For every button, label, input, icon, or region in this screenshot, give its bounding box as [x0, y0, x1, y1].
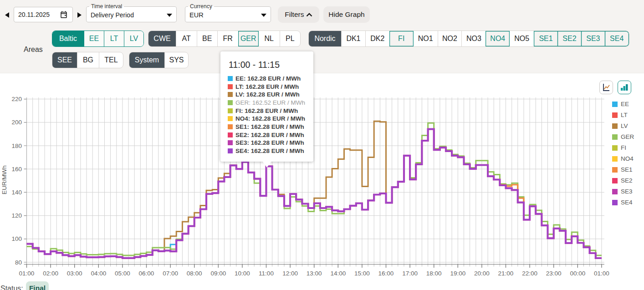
svg-text:13:00: 13:00: [307, 270, 322, 277]
svg-text:08:00: 08:00: [187, 270, 202, 277]
svg-text:01:00: 01:00: [594, 270, 609, 277]
svg-text:06:00: 06:00: [139, 270, 154, 277]
svg-text:120: 120: [11, 212, 22, 219]
svg-text:22:00: 22:00: [522, 270, 537, 277]
svg-text:140: 140: [11, 189, 22, 196]
svg-text:01:00: 01:00: [19, 270, 35, 277]
svg-text:03:00: 03:00: [67, 270, 82, 277]
svg-text:09:00: 09:00: [210, 270, 226, 277]
svg-text:10:00: 10:00: [235, 270, 250, 277]
svg-text:19:00: 19:00: [450, 270, 465, 277]
svg-text:100: 100: [11, 235, 22, 242]
svg-text:180: 180: [11, 142, 22, 149]
svg-text:220: 220: [11, 96, 22, 102]
svg-text:11:00: 11:00: [259, 270, 274, 277]
svg-text:07:00: 07:00: [163, 270, 178, 277]
svg-text:00:00: 00:00: [570, 270, 585, 277]
svg-text:EUR/MWh: EUR/MWh: [1, 165, 8, 194]
svg-text:14:00: 14:00: [330, 270, 346, 277]
svg-text:80: 80: [15, 259, 22, 266]
svg-text:21:00: 21:00: [498, 270, 514, 277]
svg-text:02:00: 02:00: [43, 270, 58, 277]
svg-text:05:00: 05:00: [115, 270, 130, 277]
svg-text:23:00: 23:00: [546, 270, 562, 277]
svg-text:16:00: 16:00: [378, 270, 394, 277]
svg-text:18:00: 18:00: [426, 270, 442, 277]
svg-text:160: 160: [11, 166, 22, 173]
svg-text:15:00: 15:00: [354, 270, 370, 277]
svg-text:12:00: 12:00: [282, 270, 298, 277]
svg-text:20:00: 20:00: [474, 270, 490, 277]
svg-text:17:00: 17:00: [402, 270, 418, 277]
svg-text:04:00: 04:00: [91, 270, 106, 277]
svg-text:200: 200: [11, 119, 22, 126]
